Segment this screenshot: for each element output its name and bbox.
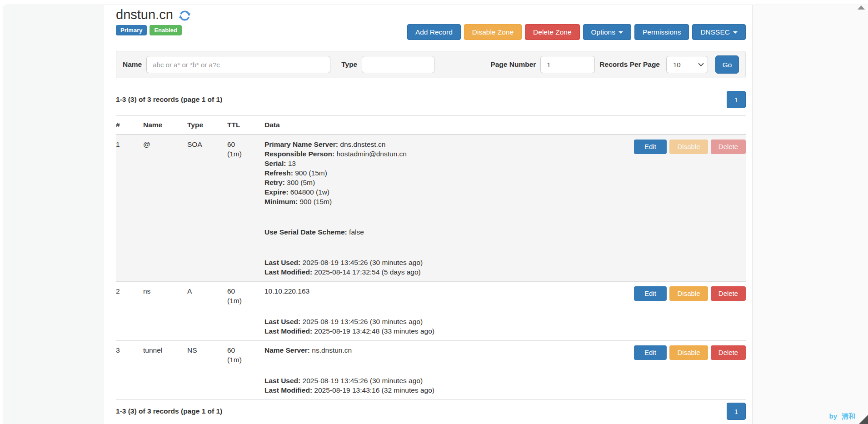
data-line-label: Serial: <box>264 160 286 167</box>
record-type: A <box>187 286 227 296</box>
edit-record-button[interactable]: Edit <box>634 140 667 154</box>
edit-record-button[interactable]: Edit <box>634 345 667 360</box>
dnssec-dropdown-button[interactable]: DNSSEC <box>692 24 746 40</box>
record-actions: EditDisableDelete <box>631 140 746 154</box>
data-line-label: Primary Name Server: <box>264 140 338 148</box>
permissions-button[interactable]: Permissions <box>634 24 689 40</box>
header-ttl: TTL <box>227 120 264 130</box>
refresh-icon[interactable] <box>179 10 191 22</box>
page-number-label: Page Number <box>490 60 536 69</box>
records-per-page-select[interactable]: 10 <box>666 56 708 73</box>
zone-type-badge: Primary <box>116 25 147 35</box>
record-ttl: 60(1m) <box>227 286 264 305</box>
header-type: Type <box>187 120 227 130</box>
header-name: Name <box>143 120 187 130</box>
data-line-label: Use Serial Date Scheme: <box>264 228 347 236</box>
credit-name: 清和 <box>842 412 855 420</box>
data-line-label: Retry: <box>264 179 285 186</box>
header-actions <box>631 120 746 130</box>
page-1-button-bottom[interactable]: 1 <box>727 403 746 420</box>
data-line: Refresh: 900 (15m) <box>264 168 627 178</box>
record-data: 10.10.220.163Last Used: 2025-08-19 13:45… <box>264 286 631 336</box>
credit-by: by <box>829 412 837 420</box>
add-record-button[interactable]: Add Record <box>407 24 461 40</box>
name-filter-label: Name <box>123 60 142 69</box>
data-line: Expire: 604800 (1w) <box>264 187 627 197</box>
header-num: # <box>116 120 143 130</box>
caret-down-icon <box>619 31 623 34</box>
records-per-page-wrap: 10 <box>666 56 708 73</box>
disable-record-button[interactable]: Disable <box>669 140 708 154</box>
delete-zone-button[interactable]: Delete Zone <box>525 24 579 40</box>
data-line: Last Modified: 2025-08-19 13:43:16 (32 m… <box>264 385 627 395</box>
pagination-bottom: 1-3 (3) of 3 records (page 1 of 1) 1 <box>116 403 746 420</box>
data-line-label: Last Used: <box>264 259 300 266</box>
record-type: NS <box>187 345 227 355</box>
zone-header: dnstun.cn Primary Enabled Add Record Dis… <box>116 7 746 35</box>
data-line: Last Modified: 2025-08-19 13:42:48 (33 m… <box>264 326 627 336</box>
data-line: Last Used: 2025-08-19 13:45:26 (30 minut… <box>264 317 627 326</box>
disable-zone-button[interactable]: Disable Zone <box>464 24 522 40</box>
record-name: tunnel <box>143 345 187 355</box>
row-number: 1 <box>116 140 143 149</box>
page-number-input[interactable] <box>540 56 595 73</box>
zone-tree-panel <box>3 5 104 424</box>
credit-link[interactable]: by清和 <box>829 412 855 421</box>
caret-down-icon <box>733 31 738 34</box>
zone-toolbar: Add Record Disable Zone Delete Zone Opti… <box>407 24 746 40</box>
row-number: 3 <box>116 345 143 355</box>
delete-record-button[interactable]: Delete <box>711 345 746 360</box>
data-line-label: Last Modified: <box>264 268 312 276</box>
data-spacer <box>264 237 627 258</box>
delete-record-button[interactable]: Delete <box>711 140 746 154</box>
dnssec-label: DNSSEC <box>700 28 730 36</box>
table-header-row: # Name Type TTL Data <box>116 116 746 135</box>
data-line-label: Refresh: <box>264 169 293 177</box>
data-line-label: Last Modified: <box>264 327 312 335</box>
data-line: Last Used: 2025-08-19 13:45:26 (30 minut… <box>264 376 627 385</box>
zones-page-card: dnstun.cn Primary Enabled Add Record Dis… <box>3 5 868 424</box>
page-title: dnstun.cn <box>116 7 746 22</box>
records-table: # Name Type TTL Data 1@SOA60(1m)Primary … <box>116 115 746 400</box>
data-line: Last Modified: 2025-08-14 17:32:54 (5 da… <box>264 267 627 277</box>
data-line: Serial: 13 <box>264 159 627 168</box>
record-ttl: 60(1m) <box>227 345 264 364</box>
record-filter-bar: Name Type Page Number Records Per Page 1… <box>116 51 746 78</box>
name-filter-input[interactable] <box>146 56 330 73</box>
data-line: Use Serial Date Scheme: false <box>264 227 627 237</box>
disable-record-button[interactable]: Disable <box>669 345 708 360</box>
record-name: ns <box>143 286 187 296</box>
page-1-button[interactable]: 1 <box>727 91 746 108</box>
ttl-line: 60 <box>227 345 264 355</box>
data-line: Last Used: 2025-08-19 13:45:26 (30 minut… <box>264 258 627 267</box>
records-table-body: 1@SOA60(1m)Primary Name Server: dns.dnst… <box>116 135 746 400</box>
corner-grip-icon <box>859 415 868 424</box>
ttl-line: 60 <box>227 286 264 296</box>
record-type: SOA <box>187 140 227 149</box>
row-number: 2 <box>116 286 143 296</box>
table-row: 1@SOA60(1m)Primary Name Server: dns.dnst… <box>116 135 746 282</box>
record-actions: EditDisableDelete <box>631 286 746 301</box>
options-label: Options <box>591 28 615 36</box>
data-line-label: Responsible Person: <box>264 150 334 158</box>
data-spacer <box>264 206 627 227</box>
data-line: Name Server: ns.dnstun.cn <box>264 345 627 355</box>
ttl-line: (1m) <box>227 149 264 159</box>
scrollbar-up-arrow-icon[interactable] <box>858 5 865 10</box>
delete-record-button[interactable]: Delete <box>711 286 746 301</box>
zone-detail-panel: dnstun.cn Primary Enabled Add Record Dis… <box>104 5 753 424</box>
data-line-label: Minimum: <box>264 198 298 205</box>
data-line: 10.10.220.163 <box>264 286 627 296</box>
go-button[interactable]: Go <box>715 55 739 74</box>
options-dropdown-button[interactable]: Options <box>583 24 631 40</box>
type-filter-input[interactable] <box>362 56 434 73</box>
ttl-line: (1m) <box>227 296 264 305</box>
record-data: Name Server: ns.dnstun.cnLast Used: 2025… <box>264 345 631 395</box>
data-line-label: Last Used: <box>264 318 300 325</box>
data-line-label: Name Server: <box>264 346 310 354</box>
edit-record-button[interactable]: Edit <box>634 286 667 301</box>
data-line-label: Last Modified: <box>264 386 312 394</box>
disable-record-button[interactable]: Disable <box>669 286 708 301</box>
table-row: 2nsA60(1m)10.10.220.163Last Used: 2025-0… <box>116 282 746 341</box>
records-summary-bottom: 1-3 (3) of 3 records (page 1 of 1) <box>116 407 222 415</box>
